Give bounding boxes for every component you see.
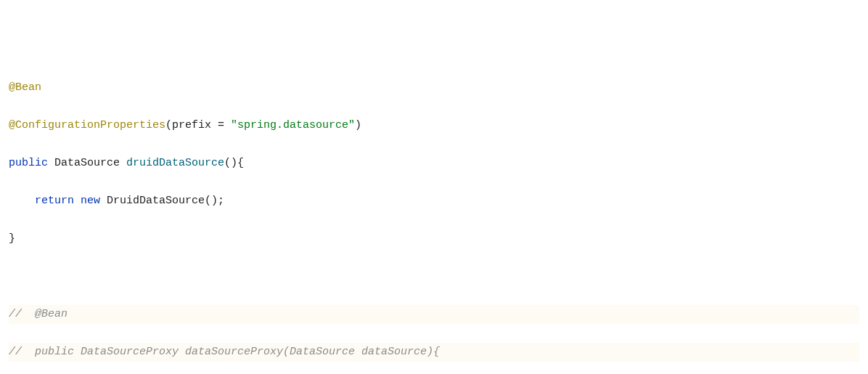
code-text: DruidDataSource(); — [100, 195, 224, 207]
comment-text: // @Bean — [9, 308, 67, 320]
annotation-config-props: @ConfigurationProperties — [9, 119, 165, 131]
code-text: ) — [355, 119, 361, 131]
code-text: (){ — [224, 157, 244, 169]
code-line: @Bean — [9, 78, 859, 97]
blank-line — [9, 267, 859, 286]
code-line: @ConfigurationProperties(prefix = "sprin… — [9, 116, 859, 135]
brace-close: } — [9, 232, 15, 245]
keyword-public: public — [9, 157, 48, 169]
code-line: return new DruidDataSource(); — [9, 192, 859, 211]
keyword-return: return — [9, 195, 81, 207]
code-line-commented: // @Bean — [9, 305, 859, 324]
keyword-new: new — [81, 195, 100, 207]
code-text: (prefix = — [165, 119, 231, 131]
code-line: } — [9, 229, 859, 248]
method-name: druidDataSource — [126, 157, 224, 169]
annotation-bean: @Bean — [9, 81, 41, 94]
comment-text: // public DataSourceProxy dataSourceProx… — [9, 346, 440, 358]
code-line: public DataSource druidDataSource(){ — [9, 154, 859, 173]
code-line-commented: // public DataSourceProxy dataSourceProx… — [9, 343, 859, 362]
string-literal: "spring.datasource" — [231, 119, 355, 131]
type-name: DataSource — [48, 157, 126, 169]
